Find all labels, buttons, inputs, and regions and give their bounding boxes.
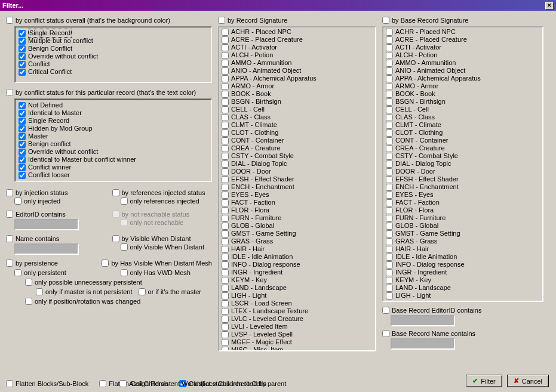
list-item[interactable]: Master <box>19 132 208 140</box>
list-item[interactable]: Hidden by Mod Group <box>19 125 208 132</box>
list-item[interactable]: CREA - Creature <box>219 144 375 152</box>
list-item[interactable]: Identical to Master <box>19 109 208 117</box>
only-if-master-not-checkbox[interactable]: only if master is not persistent <box>36 288 133 295</box>
list-item[interactable]: ENCH - Enchantment <box>383 183 542 191</box>
list-item[interactable]: AMMO - Ammunition <box>383 59 542 67</box>
list-item[interactable]: ACRE - Placed Creature <box>383 36 542 44</box>
list-item[interactable]: Benign conflict <box>19 140 208 148</box>
only-if-position-checkbox[interactable]: only if position/rotation was changed <box>25 298 212 305</box>
list-item[interactable]: IDLE - Idle Animation <box>383 253 542 261</box>
list-item[interactable]: ANIO - Animated Object <box>383 67 542 75</box>
list-item[interactable]: KEYM - Key <box>219 276 375 284</box>
base-editorid-checkbox[interactable]: Base Record EditorID contains <box>382 307 543 314</box>
list-item[interactable]: CLAS - Class <box>219 113 375 121</box>
list-item[interactable]: BOOK - Book <box>383 90 542 98</box>
list-item[interactable]: Single Record <box>19 117 208 125</box>
list-item[interactable]: CLMT - Climate <box>383 121 542 129</box>
list-item[interactable]: HAIR - Hair <box>219 245 375 253</box>
by-base-record-signature-checkbox[interactable]: by Base Record Signature <box>382 17 543 24</box>
list-item[interactable]: HAIR - Hair <box>383 245 542 253</box>
list-item[interactable]: DIAL - Dialog Topic <box>219 160 375 168</box>
list-item[interactable]: INGR - Ingredient <box>219 268 375 276</box>
list-item[interactable]: DIAL - Dialog Topic <box>383 160 542 168</box>
list-item[interactable]: Identical to Master but conflict winner <box>19 156 208 163</box>
name-input[interactable] <box>14 243 79 255</box>
list-item[interactable]: CREA - Creature <box>383 144 542 152</box>
filter-button[interactable]: ✔Filter <box>466 375 502 387</box>
base-record-signature-list[interactable]: ACHR - Placed NPCACRE - Placed CreatureA… <box>382 26 543 302</box>
base-name-checkbox[interactable]: Base Record Name contains <box>382 330 543 337</box>
close-button[interactable]: ✕ <box>545 2 554 10</box>
list-item[interactable]: ACHR - Placed NPC <box>219 28 375 36</box>
list-item[interactable]: LIGH - Light <box>383 292 542 300</box>
list-item[interactable]: ARMO - Armor <box>383 82 542 90</box>
list-item[interactable]: KEYM - Key <box>383 276 542 284</box>
list-item[interactable]: LVLI - Leveled Item <box>219 323 375 331</box>
list-item[interactable]: EFSH - Effect Shader <box>383 175 542 183</box>
list-item[interactable]: LIGH - Light <box>219 292 375 300</box>
list-item[interactable]: Conflict <box>19 60 208 68</box>
list-item[interactable]: GLOB - Global <box>219 222 375 230</box>
list-item[interactable]: GRAS - Grass <box>383 237 542 245</box>
record-listbox[interactable]: Not DefinedIdentical to MasterSingle Rec… <box>14 98 212 182</box>
list-item[interactable]: ACHR - Placed NPC <box>383 28 542 36</box>
list-item[interactable]: GMST - Game Setting <box>383 230 542 237</box>
list-item[interactable]: MISC - Misc. Item <box>219 346 375 351</box>
only-persistent-checkbox[interactable]: only persistent <box>14 269 106 276</box>
by-injection-checkbox[interactable]: by injection status <box>6 189 106 196</box>
list-item[interactable]: EYES - Eyes <box>219 191 375 199</box>
only-has-vwd-mesh-checkbox[interactable]: only Has VWD Mesh <box>121 269 213 276</box>
base-name-input[interactable] <box>391 338 455 350</box>
list-item[interactable]: FURN - Furniture <box>219 214 375 222</box>
list-item[interactable]: Benign Conflict <box>19 45 208 53</box>
list-item[interactable]: Override without conflict <box>19 53 208 60</box>
by-vwd-checkbox[interactable]: by Visible When Distant <box>112 235 213 242</box>
list-item[interactable]: BOOK - Book <box>219 90 375 98</box>
record-signature-list[interactable]: ACHR - Placed NPCACRE - Placed CreatureA… <box>218 26 376 351</box>
list-item[interactable]: INFO - Dialog response <box>383 261 542 268</box>
list-item[interactable]: ANIO - Animated Object <box>219 67 375 75</box>
list-item[interactable]: EYES - Eyes <box>383 191 542 199</box>
list-item[interactable]: Not Defined <box>19 101 208 109</box>
list-item[interactable]: ENCH - Enchantment <box>219 183 375 191</box>
list-item[interactable]: Conflict looser <box>19 171 208 179</box>
list-item[interactable]: CLAS - Class <box>383 113 542 121</box>
list-item[interactable]: Single Record <box>19 29 208 37</box>
list-item[interactable]: FURN - Furniture <box>383 214 542 222</box>
list-item[interactable]: BSGN - Birthsign <box>219 98 375 106</box>
list-item[interactable]: CELL - Cell <box>383 106 542 113</box>
list-item[interactable]: CSTY - Combat Style <box>219 152 375 160</box>
or-if-master-checkbox[interactable]: or if it's the master <box>139 288 202 295</box>
list-item[interactable]: DOOR - Door <box>219 168 375 175</box>
list-item[interactable]: AMMO - Ammunition <box>219 59 375 67</box>
list-item[interactable]: GMST - Game Setting <box>219 230 375 237</box>
list-item[interactable]: LVLC - Leveled Creature <box>219 315 375 323</box>
list-item[interactable]: FACT - Faction <box>219 199 375 206</box>
list-item[interactable]: DOOR - Door <box>383 168 542 175</box>
editorid-input[interactable] <box>14 219 79 230</box>
list-item[interactable]: CLOT - Clothing <box>383 129 542 137</box>
list-item[interactable]: INGR - Ingredient <box>383 268 542 276</box>
list-item[interactable]: LVSP - Leveled Spell <box>219 331 375 338</box>
list-item[interactable]: FLOR - Flora <box>219 206 375 214</box>
list-item[interactable]: Multiple but no conflict <box>19 37 208 45</box>
list-item[interactable]: LAND - Landscape <box>219 284 375 292</box>
list-item[interactable]: ALCH - Potion <box>383 51 542 59</box>
list-item[interactable]: INFO - Dialog response <box>219 261 375 268</box>
list-item[interactable]: LAND - Landscape <box>383 284 542 292</box>
list-item[interactable]: ACTI - Activator <box>219 44 375 51</box>
list-item[interactable]: CLMT - Climate <box>219 121 375 129</box>
list-item[interactable]: ARMO - Armor <box>219 82 375 90</box>
list-item[interactable]: IDLE - Idle Animation <box>219 253 375 261</box>
list-item[interactable]: CLOT - Clothing <box>219 129 375 137</box>
editorid-contains-checkbox[interactable]: EditorID contains <box>6 211 106 218</box>
list-item[interactable]: CONT - Container <box>383 137 542 144</box>
by-refs-injected-checkbox[interactable]: by references injected status <box>112 189 213 196</box>
list-item[interactable]: LSCR - Load Screen <box>219 300 375 307</box>
only-vwd-checkbox[interactable]: only Visible When Distant <box>121 243 213 251</box>
only-injected-checkbox[interactable]: only injected <box>14 197 106 205</box>
overall-listbox[interactable]: Single RecordMultiple but no conflictBen… <box>14 26 212 83</box>
only-refs-injected-checkbox[interactable]: only references injected <box>121 197 213 205</box>
list-item[interactable]: FLOR - Flora <box>383 206 542 214</box>
list-item[interactable]: FACT - Faction <box>383 199 542 206</box>
